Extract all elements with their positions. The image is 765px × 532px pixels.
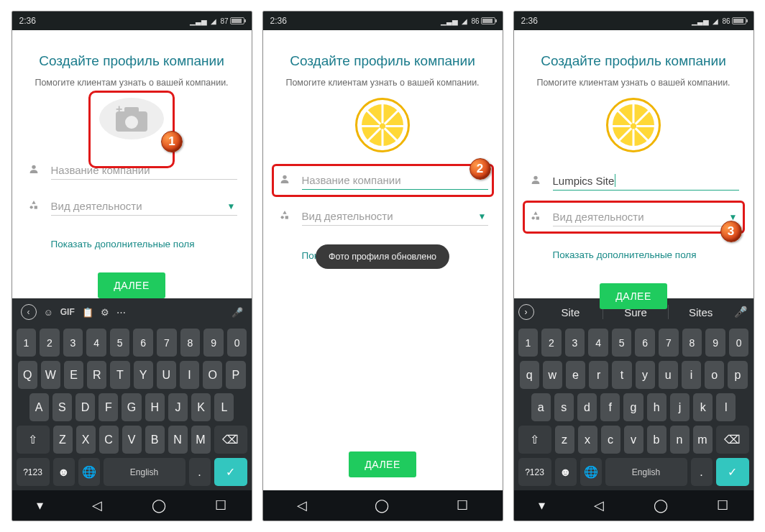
key-P[interactable]: P <box>226 361 245 389</box>
profile-photo[interactable] <box>606 98 661 152</box>
gif-button[interactable]: GIF <box>60 307 75 317</box>
period-key[interactable]: . <box>691 458 713 486</box>
soft-keyboard[interactable]: › Site Sure Sites 🎤 1234567890 qwertyuio… <box>514 298 753 490</box>
globe-key[interactable]: 🌐 <box>78 458 100 486</box>
key-8[interactable]: 8 <box>682 329 702 357</box>
profile-photo[interactable] <box>355 98 410 152</box>
key-Z[interactable]: Z <box>53 426 73 454</box>
key-g[interactable]: g <box>623 393 643 421</box>
nav-keyboard-hide-icon[interactable]: ▾ <box>539 497 545 513</box>
key-y[interactable]: y <box>636 361 655 389</box>
profile-photo-button[interactable]: + 1 <box>99 98 164 139</box>
enter-key[interactable]: ✓ <box>214 458 247 486</box>
nav-recents-icon[interactable]: ☐ <box>457 497 468 513</box>
key-D[interactable]: D <box>75 393 95 421</box>
company-name-input[interactable] <box>51 161 237 180</box>
symbols-key[interactable]: ?123 <box>17 458 50 486</box>
key-5[interactable]: 5 <box>612 329 632 357</box>
key-Q[interactable]: Q <box>18 361 37 389</box>
key-M[interactable]: M <box>191 426 211 454</box>
key-H[interactable]: H <box>145 393 165 421</box>
emoji-key[interactable]: ☻ <box>555 458 577 486</box>
show-more-fields-link[interactable]: Показать дополнительные поля <box>51 239 195 249</box>
nav-keyboard-hide-icon[interactable]: ▾ <box>37 497 43 513</box>
nav-home-icon[interactable]: ◯ <box>152 497 166 513</box>
key-4[interactable]: 4 <box>588 329 608 357</box>
key-2[interactable]: 2 <box>541 329 562 357</box>
key-5[interactable]: 5 <box>110 329 130 357</box>
more-icon[interactable]: ⋯ <box>116 307 126 318</box>
nav-back-icon[interactable]: ◁ <box>92 497 102 513</box>
space-key[interactable]: English <box>605 458 687 486</box>
key-b[interactable]: b <box>647 426 666 454</box>
key-F[interactable]: F <box>99 393 118 421</box>
backspace-key[interactable]: ⌫ <box>214 426 247 454</box>
key-C[interactable]: C <box>99 426 119 454</box>
key-v[interactable]: v <box>624 426 643 454</box>
key-3[interactable]: 3 <box>63 329 83 357</box>
key-o[interactable]: o <box>705 361 724 389</box>
keyboard-expand-icon[interactable]: › <box>518 304 534 320</box>
key-X[interactable]: X <box>76 426 96 454</box>
symbols-key[interactable]: ?123 <box>518 458 551 486</box>
key-N[interactable]: N <box>168 426 188 454</box>
suggestion-1[interactable]: Site <box>539 306 603 318</box>
key-R[interactable]: R <box>87 361 106 389</box>
key-3[interactable]: 3 <box>565 329 585 357</box>
key-m[interactable]: m <box>693 426 713 454</box>
key-L[interactable]: L <box>214 393 234 421</box>
key-h[interactable]: h <box>647 393 666 421</box>
key-1[interactable]: 1 <box>17 329 37 357</box>
key-w[interactable]: w <box>543 361 562 389</box>
key-T[interactable]: T <box>110 361 129 389</box>
emoji-key[interactable]: ☻ <box>53 458 75 486</box>
activity-select[interactable] <box>51 197 237 216</box>
key-S[interactable]: S <box>52 393 72 421</box>
key-6[interactable]: 6 <box>635 329 655 357</box>
period-key[interactable]: . <box>189 458 211 486</box>
key-p[interactable]: p <box>728 361 747 389</box>
nav-back-icon[interactable]: ◁ <box>297 497 307 513</box>
key-a[interactable]: a <box>531 393 551 421</box>
keyboard-expand-icon[interactable]: ‹ <box>21 304 37 320</box>
next-button[interactable]: ДАЛЕЕ <box>349 451 416 477</box>
key-t[interactable]: t <box>612 361 631 389</box>
key-s[interactable]: s <box>554 393 574 421</box>
mic-icon[interactable]: 🎤 <box>232 307 243 318</box>
key-l[interactable]: l <box>716 393 736 421</box>
key-9[interactable]: 9 <box>705 329 725 357</box>
key-7[interactable]: 7 <box>659 329 679 357</box>
soft-keyboard[interactable]: ‹ ☺ GIF 📋 ⚙ ⋯ 🎤 1234567890 QWERTYUIOP AS… <box>12 298 252 490</box>
shift-key[interactable]: ⇧ <box>518 426 551 454</box>
key-6[interactable]: 6 <box>133 329 153 357</box>
key-r[interactable]: r <box>589 361 608 389</box>
key-I[interactable]: I <box>180 361 199 389</box>
key-c[interactable]: c <box>601 426 620 454</box>
key-4[interactable]: 4 <box>86 329 106 357</box>
nav-home-icon[interactable]: ◯ <box>375 497 389 513</box>
nav-recents-icon[interactable]: ☐ <box>215 497 226 513</box>
settings-icon[interactable]: ⚙ <box>101 307 109 318</box>
key-k[interactable]: k <box>693 393 713 421</box>
next-button[interactable]: ДАЛЕЕ <box>98 272 165 298</box>
enter-key[interactable]: ✓ <box>716 458 749 486</box>
key-j[interactable]: j <box>670 393 690 421</box>
key-e[interactable]: e <box>566 361 585 389</box>
key-d[interactable]: d <box>577 393 597 421</box>
company-name-input[interactable]: Lumpics Site <box>553 171 739 191</box>
show-more-fields-link[interactable]: Показать дополнительные поля <box>553 249 697 260</box>
key-q[interactable]: q <box>520 361 539 389</box>
key-9[interactable]: 9 <box>203 329 224 357</box>
key-E[interactable]: E <box>64 361 83 389</box>
key-W[interactable]: W <box>41 361 60 389</box>
key-1[interactable]: 1 <box>518 329 539 357</box>
key-B[interactable]: B <box>145 426 165 454</box>
suggestion-3[interactable]: Sites <box>669 306 733 318</box>
key-K[interactable]: K <box>191 393 211 421</box>
next-button[interactable]: ДАЛЕЕ <box>600 283 667 309</box>
key-n[interactable]: n <box>670 426 690 454</box>
clipboard-icon[interactable]: 📋 <box>82 307 93 318</box>
key-u[interactable]: u <box>659 361 678 389</box>
key-U[interactable]: U <box>157 361 176 389</box>
nav-home-icon[interactable]: ◯ <box>654 497 668 513</box>
